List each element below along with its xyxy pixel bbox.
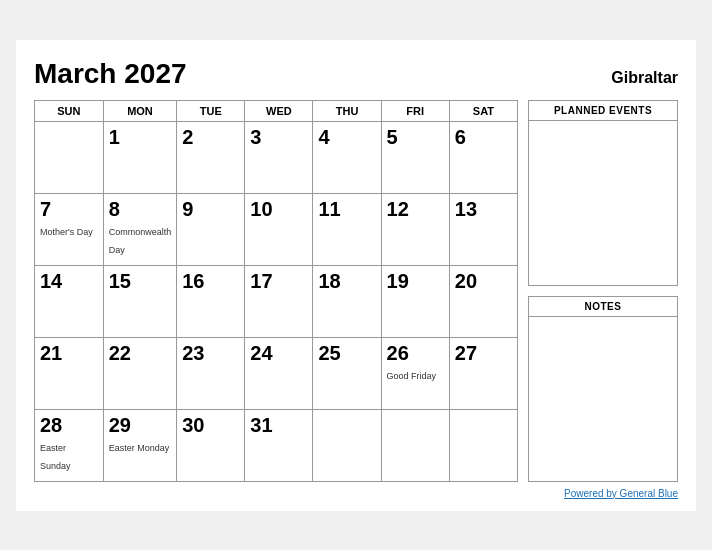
cal-cell: 19 <box>381 265 449 337</box>
notes-box: NOTES <box>528 296 678 482</box>
cal-cell: 24 <box>245 337 313 409</box>
cal-cell: 8Commonwealth Day <box>103 193 177 265</box>
planned-events-box: PLANNED EVENTS <box>528 100 678 286</box>
day-number: 14 <box>40 270 98 293</box>
day-event: Good Friday <box>387 371 437 381</box>
day-number: 4 <box>318 126 375 149</box>
header: March 2027 Gibraltar <box>34 58 678 90</box>
day-number: 15 <box>109 270 172 293</box>
region-title: Gibraltar <box>611 69 678 87</box>
day-number: 17 <box>250 270 307 293</box>
cal-cell: 9 <box>177 193 245 265</box>
cal-cell: 7Mother's Day <box>35 193 104 265</box>
dow-header-sun: SUN <box>35 100 104 121</box>
cal-cell: 22 <box>103 337 177 409</box>
cal-cell <box>35 121 104 193</box>
day-number: 6 <box>455 126 512 149</box>
dow-header-thu: THU <box>313 100 381 121</box>
week-row-4: 212223242526Good Friday27 <box>35 337 518 409</box>
month-title: March 2027 <box>34 58 187 90</box>
cal-cell: 16 <box>177 265 245 337</box>
powered-by-link[interactable]: Powered by General Blue <box>564 488 678 499</box>
week-row-1: 123456 <box>35 121 518 193</box>
week-row-3: 14151617181920 <box>35 265 518 337</box>
day-number: 13 <box>455 198 512 221</box>
cal-cell: 4 <box>313 121 381 193</box>
cal-cell <box>381 409 449 481</box>
dow-header-wed: WED <box>245 100 313 121</box>
cal-cell: 18 <box>313 265 381 337</box>
calendar-section: SUNMONTUEWEDTHUFRISAT 1234567Mother's Da… <box>34 100 518 482</box>
cal-cell: 5 <box>381 121 449 193</box>
day-number: 28 <box>40 414 98 437</box>
cal-cell: 28Easter Sunday <box>35 409 104 481</box>
day-event: Easter Sunday <box>40 443 71 471</box>
cal-cell: 30 <box>177 409 245 481</box>
calendar-body: 1234567Mother's Day8Commonwealth Day9101… <box>35 121 518 481</box>
day-number: 23 <box>182 342 239 365</box>
day-number: 31 <box>250 414 307 437</box>
cal-cell: 11 <box>313 193 381 265</box>
day-number: 25 <box>318 342 375 365</box>
cal-cell: 6 <box>449 121 517 193</box>
day-number: 5 <box>387 126 444 149</box>
day-event: Commonwealth Day <box>109 227 172 255</box>
dow-header-tue: TUE <box>177 100 245 121</box>
cal-cell: 27 <box>449 337 517 409</box>
day-number: 2 <box>182 126 239 149</box>
day-number: 20 <box>455 270 512 293</box>
day-number: 29 <box>109 414 172 437</box>
sidebar: PLANNED EVENTS NOTES <box>528 100 678 482</box>
cal-cell: 23 <box>177 337 245 409</box>
cal-cell: 21 <box>35 337 104 409</box>
day-number: 16 <box>182 270 239 293</box>
cal-cell: 26Good Friday <box>381 337 449 409</box>
day-number: 8 <box>109 198 172 221</box>
day-number: 22 <box>109 342 172 365</box>
day-number: 27 <box>455 342 512 365</box>
cal-cell: 20 <box>449 265 517 337</box>
cal-cell: 15 <box>103 265 177 337</box>
cal-cell: 17 <box>245 265 313 337</box>
main-layout: SUNMONTUEWEDTHUFRISAT 1234567Mother's Da… <box>34 100 678 482</box>
cal-cell <box>449 409 517 481</box>
page: March 2027 Gibraltar SUNMONTUEWEDTHUFRIS… <box>16 40 696 511</box>
day-number: 21 <box>40 342 98 365</box>
cal-cell: 1 <box>103 121 177 193</box>
cal-cell: 13 <box>449 193 517 265</box>
cal-cell: 14 <box>35 265 104 337</box>
day-number: 19 <box>387 270 444 293</box>
cal-cell: 31 <box>245 409 313 481</box>
week-row-5: 28Easter Sunday29Easter Monday3031 <box>35 409 518 481</box>
cal-cell: 2 <box>177 121 245 193</box>
calendar-table: SUNMONTUEWEDTHUFRISAT 1234567Mother's Da… <box>34 100 518 482</box>
dow-header-mon: MON <box>103 100 177 121</box>
day-number: 24 <box>250 342 307 365</box>
day-number: 30 <box>182 414 239 437</box>
day-event: Mother's Day <box>40 227 93 237</box>
day-number: 9 <box>182 198 239 221</box>
cal-cell: 12 <box>381 193 449 265</box>
day-number: 10 <box>250 198 307 221</box>
cal-cell: 25 <box>313 337 381 409</box>
planned-events-content <box>529 121 677 261</box>
day-event: Easter Monday <box>109 443 170 453</box>
notes-header: NOTES <box>529 297 677 317</box>
day-number: 1 <box>109 126 172 149</box>
days-of-week-row: SUNMONTUEWEDTHUFRISAT <box>35 100 518 121</box>
cal-cell: 10 <box>245 193 313 265</box>
day-number: 12 <box>387 198 444 221</box>
footer: Powered by General Blue <box>34 488 678 499</box>
day-number: 3 <box>250 126 307 149</box>
dow-header-sat: SAT <box>449 100 517 121</box>
day-number: 7 <box>40 198 98 221</box>
cal-cell: 29Easter Monday <box>103 409 177 481</box>
dow-header-fri: FRI <box>381 100 449 121</box>
notes-content <box>529 317 677 457</box>
planned-events-header: PLANNED EVENTS <box>529 101 677 121</box>
week-row-2: 7Mother's Day8Commonwealth Day910111213 <box>35 193 518 265</box>
day-number: 11 <box>318 198 375 221</box>
cal-cell: 3 <box>245 121 313 193</box>
day-number: 18 <box>318 270 375 293</box>
day-number: 26 <box>387 342 444 365</box>
